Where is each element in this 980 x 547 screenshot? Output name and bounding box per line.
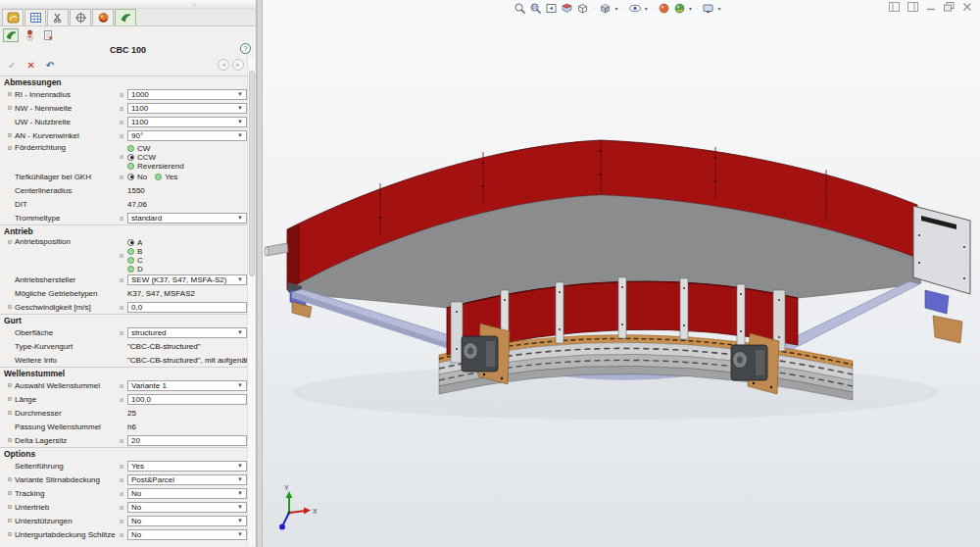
chevron-down-icon: ▼ [237,504,243,510]
tab-table[interactable] [24,9,46,25]
radio-ccw[interactable]: CCW [127,153,184,161]
chevron-down-icon: ▼ [237,518,243,523]
chevron-down-icon: ▼ [237,276,243,282]
z-axis-ball [279,524,285,530]
configurator-icon[interactable] [3,28,19,42]
radio-icon[interactable] [127,248,134,255]
page-title: CBC 100 [110,45,146,55]
an-kurvenwinkel-select[interactable]: 90°▼ [127,130,247,141]
tab-configuration[interactable] [70,9,91,25]
link-icon: a [120,396,124,403]
gearbox [486,341,495,367]
nw-nennweite-select[interactable]: 1100▼ [127,103,247,114]
link-icon: a [120,382,124,389]
link-icon: a [120,153,124,160]
radio-selected-icon[interactable] [127,154,134,161]
link-icon: a [120,276,124,283]
scrollbar-thumb[interactable] [249,71,255,276]
conveyor-3d-model[interactable]: Y X [263,0,980,547]
field-delta-lagersitz: Delta Lagersitz a20 [0,433,256,447]
radio-icon[interactable] [127,163,134,170]
field-passung: Passung Wellenstummel h6 [0,420,256,433]
panel-toolbar [0,26,256,42]
param-link-icon [8,477,12,481]
tracking-select[interactable]: No▼ [127,488,247,499]
tab-cutlist[interactable] [47,9,69,25]
untergurtabdeckung-select[interactable]: No▼ [127,529,247,540]
tab-configurator[interactable] [115,9,136,25]
field-nw-nennweite: NW - Nennweite a1100▼ [0,101,256,115]
chevron-down-icon: ▼ [237,119,243,124]
geschwindigkeit-input[interactable]: 0,0 [127,302,247,313]
chevron-down-icon: ▼ [237,382,243,388]
component-icon[interactable] [22,28,37,42]
field-dit: DIT 47,06 [0,197,256,211]
delta-lagersitz-input[interactable]: 20 [127,435,247,446]
report-icon[interactable] [40,28,56,42]
centerlineradius-value: 1550 [127,186,145,195]
laenge-input[interactable]: 100,0 [127,394,247,405]
radio-icon[interactable] [127,266,134,273]
link-icon: a [120,252,124,259]
left-end-foot[interactable] [292,302,312,318]
param-link-icon [8,240,12,244]
undo-button[interactable]: ↶ [46,60,54,71]
param-link-icon [8,505,12,509]
chevron-down-icon: ▼ [237,132,243,138]
radio-position-c[interactable]: C [127,256,143,264]
panel-grip-handle[interactable]: ⁞⁞ [192,2,197,8]
unterstuetzungen-select[interactable]: No▼ [127,516,247,526]
ok-button[interactable]: ✓ [8,60,16,71]
radio-no[interactable]: No [127,173,147,180]
field-getriebetypen: Mögliche Getriebetypen K37, S47, MSFAS2 [0,286,256,300]
tab-featuremanager[interactable] [2,9,24,25]
orientation-triad: Y X [279,484,318,530]
field-centerlineradius: Centerlineradius 1550 [0,183,256,197]
parameter-form: Abmessungen RI - Innenradius a1000▼ NW -… [0,74,256,541]
radio-icon[interactable] [155,174,162,180]
graphics-viewport[interactable]: · ▾ · ▾ · ▾ · ▾ [263,0,980,547]
section-header: Options [0,448,256,459]
link-icon: a [120,518,124,524]
link-icon: a [120,132,124,139]
back-button[interactable]: ◄ [218,59,229,71]
radio-position-d[interactable]: D [127,265,143,273]
section-header: Gurt [0,315,256,325]
shaft-stub[interactable] [266,243,288,256]
panel-scrollbar[interactable] [247,57,255,546]
chevron-down-icon: ▼ [237,215,243,221]
untertrieb-select[interactable]: No▼ [127,502,247,513]
radio-position-b[interactable]: B [127,247,143,255]
uw-nutzbreite-select[interactable]: 1100▼ [127,117,247,127]
link-icon: a [120,215,124,222]
antriebshersteller-select[interactable]: SEW (K37, S47, MSFA-S2)▼ [127,274,247,285]
trommeltype-select[interactable]: standard▼ [127,213,247,224]
field-trommeltype: Trommeltype astandard▼ [0,211,256,224]
radio-yes[interactable]: Yes [155,173,177,180]
field-an-kurvenwinkel: AN - Kurvenwinkel a90°▼ [0,128,256,142]
radio-reversierend[interactable]: Reversierend [127,162,184,170]
radio-selected-icon[interactable] [127,239,134,246]
wellenstummel-select[interactable]: Variante 1▼ [127,380,247,391]
radio-cw[interactable]: CW [127,144,184,152]
right-end-bearing-block[interactable] [925,290,949,314]
radio-selected-icon[interactable] [127,174,134,180]
right-end-foot[interactable] [933,316,962,343]
stirnabdeckung-select[interactable]: Post&Parcel▼ [127,474,247,485]
seitenfuehrung-select[interactable]: Yes▼ [127,461,247,472]
field-antriebshersteller: Antriebshersteller aSEW (K37, S47, MSFA-… [0,273,256,286]
field-untertrieb: Untertrieb aNo▼ [0,500,256,514]
panel-tab-bar [0,9,256,26]
section-wellenstummel: Wellenstummel Auswahl Wellenstummel aVar… [0,367,256,447]
radio-icon[interactable] [127,257,134,264]
forward-button[interactable]: ► [232,59,244,71]
ri-innenradius-select[interactable]: 1000▼ [127,89,247,100]
tab-dimxpert[interactable] [92,9,114,25]
field-ri-innenradius: RI - Innenradius a1000▼ [0,87,256,101]
help-icon[interactable]: ? [240,43,251,54]
cancel-button[interactable]: ✕ [26,60,34,71]
radio-position-a[interactable]: A [127,238,143,246]
oberflaeche-select[interactable]: structured▼ [127,327,247,338]
chevron-down-icon: ▼ [237,490,243,496]
radio-icon[interactable] [127,145,134,152]
